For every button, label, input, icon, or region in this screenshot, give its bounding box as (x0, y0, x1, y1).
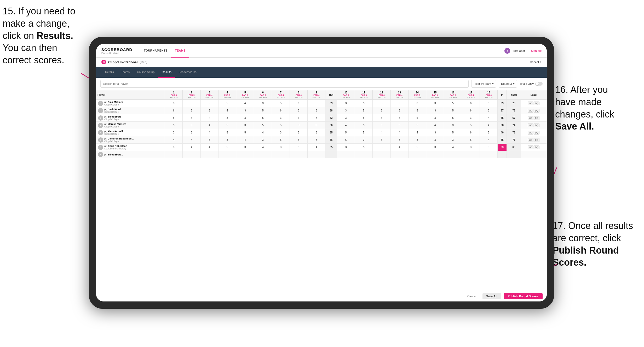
score-h7[interactable]: 3 (272, 129, 290, 136)
score-h18[interactable]: 3 (480, 107, 497, 114)
score-h1[interactable]: 5 (165, 122, 183, 129)
score-h3[interactable]: 3 (200, 107, 218, 114)
label-btn-dq[interactable]: DQ (534, 124, 539, 127)
score-h18[interactable]: 5 (480, 100, 497, 107)
score-h8[interactable]: 5 (290, 136, 307, 144)
score-h5[interactable] (236, 151, 254, 158)
score-h8[interactable] (290, 151, 307, 158)
toggle-switch[interactable] (535, 82, 543, 86)
score-h16[interactable]: 5 (444, 129, 462, 136)
score-h12[interactable]: 3 (373, 107, 390, 114)
score-h5[interactable]: 3 (236, 114, 254, 122)
score-h14[interactable]: 5 (408, 144, 426, 151)
score-h5[interactable]: 4 (236, 136, 254, 144)
score-h1[interactable]: 3 (165, 100, 183, 107)
score-h10[interactable]: 4 (337, 122, 355, 129)
score-h18[interactable] (480, 151, 497, 158)
score-h11[interactable]: 5 (355, 122, 373, 129)
score-h9[interactable]: 5 (308, 100, 325, 107)
score-h7[interactable]: 5 (272, 100, 290, 107)
sign-out-link[interactable]: Sign out (531, 49, 542, 52)
cancel-tournament-btn[interactable]: Cancel X (530, 60, 542, 64)
score-h8[interactable]: 6 (290, 100, 307, 107)
score-h18[interactable]: 4 (480, 136, 497, 144)
score-h1[interactable]: 4 (165, 136, 183, 144)
score-h9[interactable]: 4 (308, 144, 325, 151)
filter-team-select[interactable]: Filter by team ▾ (471, 80, 496, 88)
score-h11[interactable]: 5 (355, 100, 373, 107)
score-h4[interactable]: 3 (218, 114, 236, 122)
publish-round-scores-button[interactable]: Publish Round Scores (504, 293, 543, 299)
score-h14[interactable] (408, 151, 426, 158)
score-h12[interactable]: 5 (373, 122, 390, 129)
score-h7[interactable]: 3 (272, 114, 290, 122)
score-h15[interactable]: 3 (426, 136, 444, 144)
score-h7[interactable]: 6 (272, 107, 290, 114)
score-h7[interactable]: 3 (272, 144, 290, 151)
label-btn-dq[interactable]: DQ (534, 109, 539, 113)
score-h16[interactable]: 5 (444, 100, 462, 107)
score-h12[interactable]: 4 (373, 129, 390, 136)
score-h3[interactable]: 4 (200, 122, 218, 129)
score-h15[interactable]: 3 (426, 100, 444, 107)
score-h4[interactable]: 4 (218, 107, 236, 114)
label-btn-dq[interactable]: DQ (534, 131, 539, 135)
score-h8[interactable]: 3 (290, 107, 307, 114)
score-h13[interactable]: 4 (390, 144, 408, 151)
score-h10[interactable]: 5 (337, 129, 355, 136)
score-h7[interactable] (272, 151, 290, 158)
tab-details[interactable]: Details (101, 67, 118, 78)
score-h14[interactable]: 5 (408, 107, 426, 114)
score-h17[interactable]: 5 (462, 122, 480, 129)
score-h10[interactable] (337, 151, 355, 158)
score-h5[interactable]: 4 (236, 100, 254, 107)
score-h17[interactable]: 3 (462, 144, 480, 151)
score-h6[interactable]: 3 (254, 136, 272, 144)
score-h16[interactable]: 3 (444, 122, 462, 129)
score-h4[interactable] (218, 151, 236, 158)
score-h2[interactable]: 3 (183, 100, 200, 107)
score-h1[interactable]: 3 (165, 144, 183, 151)
score-h11[interactable] (355, 151, 373, 158)
score-h1[interactable]: 5 (165, 114, 183, 122)
score-h7[interactable]: 5 (272, 136, 290, 144)
score-h10[interactable]: 3 (337, 114, 355, 122)
score-h13[interactable] (390, 151, 408, 158)
score-h16[interactable]: 3 (444, 136, 462, 144)
score-h2[interactable]: 4 (183, 144, 200, 151)
score-h8[interactable]: 5 (290, 129, 307, 136)
score-h1[interactable]: 3 (165, 129, 183, 136)
score-h12[interactable]: 3 (373, 114, 390, 122)
player-search-input[interactable] (100, 80, 469, 88)
score-h6[interactable]: 5 (254, 107, 272, 114)
score-h4[interactable]: 5 (218, 144, 236, 151)
totals-only-toggle[interactable]: Totals Only (520, 82, 543, 86)
label-btn-dq[interactable]: DQ (534, 116, 539, 120)
label-btn-wd[interactable]: WD (528, 116, 533, 120)
score-h3[interactable]: 4 (200, 144, 218, 151)
cancel-button[interactable]: Cancel (464, 293, 480, 299)
score-h14[interactable]: 6 (408, 100, 426, 107)
score-h14[interactable]: 3 (408, 136, 426, 144)
score-h17[interactable]: 6 (462, 129, 480, 136)
score-h16[interactable]: 5 (444, 114, 462, 122)
score-h9[interactable]: 3 (308, 122, 325, 129)
score-h6[interactable]: 3 (254, 100, 272, 107)
score-h2[interactable]: 4 (183, 136, 200, 144)
score-h4[interactable]: 5 (218, 100, 236, 107)
score-h2[interactable] (183, 151, 200, 158)
score-h15[interactable]: 3 (426, 107, 444, 114)
score-h15[interactable]: 4 (426, 122, 444, 129)
save-all-button[interactable]: Save All (482, 293, 501, 299)
score-h6[interactable]: 4 (254, 144, 272, 151)
nav-tournaments[interactable]: TOURNAMENTS (140, 44, 171, 58)
score-h13[interactable]: 3 (390, 100, 408, 107)
score-h3[interactable]: 4 (200, 114, 218, 122)
score-h18[interactable]: 4 (480, 122, 497, 129)
label-btn-wd[interactable]: WD (528, 124, 533, 127)
score-h16[interactable]: 4 (444, 144, 462, 151)
label-btn-wd[interactable]: WD (528, 131, 533, 135)
score-h12[interactable]: 3 (373, 100, 390, 107)
score-h6[interactable]: 5 (254, 114, 272, 122)
nav-teams[interactable]: TEAMS (171, 44, 189, 58)
